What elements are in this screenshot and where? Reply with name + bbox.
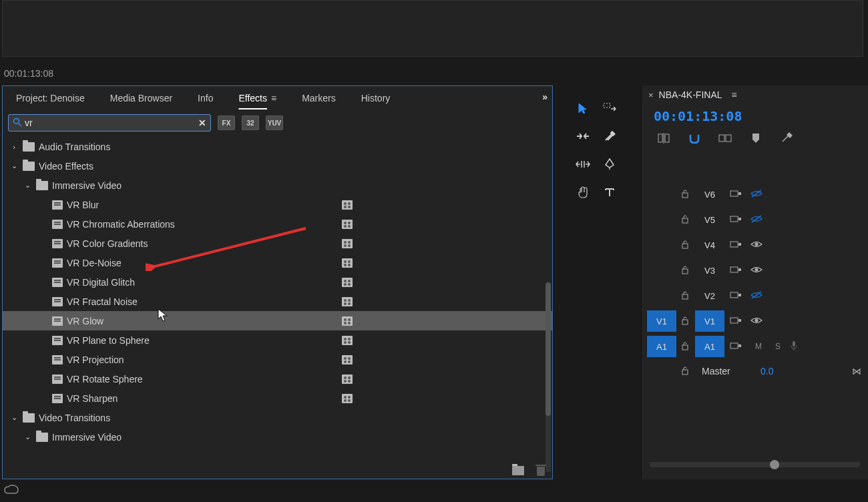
- source-patch[interactable]: [647, 260, 676, 281]
- source-patch[interactable]: A1: [647, 336, 676, 357]
- filter-yuv[interactable]: YUV: [266, 115, 283, 130]
- effect-item[interactable]: VR Chromatic Aberrations: [3, 214, 552, 234]
- video-track-row[interactable]: V5: [642, 207, 868, 232]
- master-value[interactable]: 0.0: [761, 366, 773, 376]
- scrollbar[interactable]: [546, 282, 551, 472]
- track-target[interactable]: V5: [695, 209, 724, 230]
- sequence-title[interactable]: NBA-4K-FINAL: [659, 89, 722, 100]
- effect-item[interactable]: VR Plane to Sphere: [3, 330, 552, 350]
- sync-lock-icon[interactable]: [730, 316, 744, 327]
- panel-menu-icon[interactable]: ≡: [732, 89, 737, 100]
- audio-track-row[interactable]: A1A1MS: [642, 334, 868, 359]
- track-target[interactable]: A1: [695, 336, 724, 357]
- track-target[interactable]: V1: [695, 310, 724, 332]
- tab-effects[interactable]: Effects≡: [232, 87, 295, 109]
- video-track-row[interactable]: V3: [642, 258, 868, 283]
- effect-item[interactable]: VR Sharpen: [3, 389, 552, 408]
- toggle-track-output-icon[interactable]: [750, 240, 763, 251]
- folder-video-transitions[interactable]: ⌄ Video Transitions: [3, 408, 552, 427]
- folder-video-effects[interactable]: ⌄ Video Effects: [3, 156, 552, 176]
- video-track-row[interactable]: V6: [642, 182, 868, 207]
- source-patch[interactable]: [647, 184, 676, 205]
- effect-item[interactable]: VR Color Gradients: [3, 234, 552, 253]
- insert-mode-icon[interactable]: [656, 131, 671, 146]
- solo-button[interactable]: S: [775, 342, 785, 351]
- track-target[interactable]: V3: [695, 260, 724, 281]
- tab-media-browser[interactable]: Media Browser: [103, 87, 191, 109]
- panel-menu-icon[interactable]: ≡: [271, 93, 276, 103]
- timeline-zoom-scroll[interactable]: [650, 462, 860, 467]
- source-patch[interactable]: [647, 285, 676, 306]
- track-target[interactable]: V2: [695, 285, 724, 306]
- slip-tool[interactable]: [574, 155, 592, 174]
- track-target[interactable]: V4: [695, 234, 724, 256]
- lock-icon[interactable]: [680, 214, 691, 226]
- pen-tool[interactable]: [600, 155, 619, 174]
- video-track-row[interactable]: V4: [642, 232, 868, 258]
- toggle-track-output-icon[interactable]: [750, 290, 763, 302]
- timeline-timecode[interactable]: 00:01:13:08: [642, 104, 868, 131]
- selection-tool[interactable]: [574, 99, 592, 117]
- close-sequence-icon[interactable]: ×: [648, 90, 654, 100]
- ripple-edit-tool[interactable]: [574, 127, 592, 146]
- lock-icon[interactable]: [680, 290, 691, 302]
- razor-tool[interactable]: [600, 127, 619, 146]
- folder-audio-transitions[interactable]: › Audio Transitions: [3, 137, 552, 156]
- sync-lock-icon[interactable]: [730, 290, 744, 302]
- trash-icon[interactable]: [536, 465, 546, 476]
- new-bin-icon[interactable]: [512, 466, 524, 475]
- mute-button[interactable]: M: [755, 342, 765, 351]
- lock-icon[interactable]: [680, 316, 691, 327]
- lock-icon[interactable]: [680, 240, 691, 251]
- lock-icon[interactable]: [680, 366, 691, 377]
- settings-icon[interactable]: [779, 131, 794, 146]
- toggle-track-output-icon[interactable]: [750, 214, 763, 226]
- effect-item[interactable]: VR Fractal Noise: [3, 292, 552, 311]
- lock-icon[interactable]: [680, 265, 691, 276]
- sync-lock-icon[interactable]: [730, 240, 744, 251]
- toggle-track-output-icon[interactable]: [750, 265, 763, 276]
- search-input[interactable]: [25, 117, 198, 128]
- sync-lock-icon[interactable]: [730, 341, 744, 352]
- lock-icon[interactable]: [680, 189, 691, 200]
- clear-search-icon[interactable]: ✕: [198, 117, 206, 128]
- tab-markers[interactable]: Markers: [295, 87, 355, 109]
- snap-icon[interactable]: [687, 131, 702, 146]
- effect-item[interactable]: VR Rotate Sphere: [3, 369, 552, 389]
- video-track-row[interactable]: V1V1: [642, 308, 868, 334]
- effect-item[interactable]: VR De-Noise: [3, 253, 552, 272]
- expand-icon[interactable]: ⋈: [852, 366, 861, 376]
- search-box[interactable]: ✕: [8, 114, 211, 132]
- sync-lock-icon[interactable]: [730, 189, 744, 200]
- track-select-tool[interactable]: [600, 99, 619, 117]
- creative-cloud-icon[interactable]: [4, 483, 19, 498]
- voiceover-icon[interactable]: [790, 340, 801, 353]
- effect-item[interactable]: VR Projection: [3, 350, 552, 369]
- source-patch[interactable]: V1: [647, 310, 676, 332]
- folder-immersive-video-2[interactable]: ⌄ Immersive Video: [3, 427, 552, 447]
- hand-tool[interactable]: [574, 183, 592, 202]
- lock-icon[interactable]: [680, 341, 691, 352]
- filter-32bit[interactable]: 32: [242, 115, 259, 130]
- toggle-track-output-icon[interactable]: [750, 189, 763, 200]
- tab-history[interactable]: History: [355, 87, 409, 109]
- filter-accelerated[interactable]: FX: [218, 115, 235, 130]
- linked-selection-icon[interactable]: [718, 131, 732, 146]
- effect-item[interactable]: VR Digital Glitch: [3, 272, 552, 292]
- type-tool[interactable]: [600, 183, 619, 202]
- master-track-row[interactable]: Master0.0⋈: [642, 359, 868, 383]
- sync-lock-icon[interactable]: [730, 265, 744, 276]
- video-track-row[interactable]: V2: [642, 283, 868, 308]
- effect-item[interactable]: VR Glow: [3, 311, 552, 330]
- effect-item[interactable]: VR Blur: [3, 195, 552, 214]
- toggle-track-output-icon[interactable]: [750, 316, 763, 327]
- track-target[interactable]: V6: [695, 184, 724, 205]
- sync-lock-icon[interactable]: [730, 214, 744, 226]
- source-patch[interactable]: [647, 209, 676, 230]
- tab-info[interactable]: Info: [191, 87, 232, 109]
- source-patch[interactable]: [647, 234, 676, 256]
- tab-project[interactable]: Project: Denoise: [9, 87, 103, 109]
- overflow-icon[interactable]: »: [542, 91, 547, 102]
- effects-tree[interactable]: › Audio Transitions ⌄ Video Effects ⌄ Im…: [3, 136, 552, 472]
- marker-icon[interactable]: [748, 131, 763, 146]
